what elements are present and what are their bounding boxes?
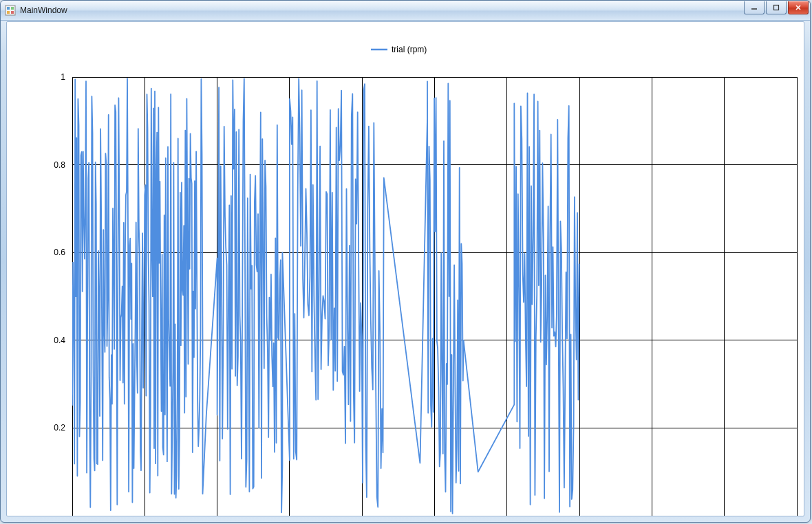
svg-text:0.2: 0.2	[54, 423, 65, 433]
chart-area: 0.20.40.60.81trial (rpm)	[6, 21, 804, 516]
titlebar[interactable]: MainWindow	[1, 1, 810, 21]
app-icon	[5, 5, 16, 16]
svg-rect-1	[7, 7, 10, 10]
svg-text:0.6: 0.6	[54, 248, 65, 257]
chart-svg: 0.20.40.60.81trial (rpm)	[7, 22, 804, 516]
svg-rect-6	[774, 6, 779, 10]
svg-rect-4	[11, 11, 14, 14]
window-controls	[744, 1, 809, 14]
svg-text:1: 1	[61, 72, 65, 82]
svg-text:0.4: 0.4	[54, 336, 65, 345]
svg-rect-3	[7, 11, 10, 14]
close-button[interactable]	[788, 1, 809, 14]
app-window: MainWindow 0.20.40.60.81trial (rpm)	[0, 0, 811, 523]
minimize-button[interactable]	[744, 1, 765, 14]
svg-text:0.8: 0.8	[54, 160, 65, 170]
window-title: MainWindow	[20, 6, 67, 15]
maximize-button[interactable]	[766, 1, 787, 14]
series-trial-rpm	[72, 78, 579, 514]
legend-label: trial (rpm)	[392, 45, 427, 54]
svg-rect-2	[11, 7, 14, 10]
